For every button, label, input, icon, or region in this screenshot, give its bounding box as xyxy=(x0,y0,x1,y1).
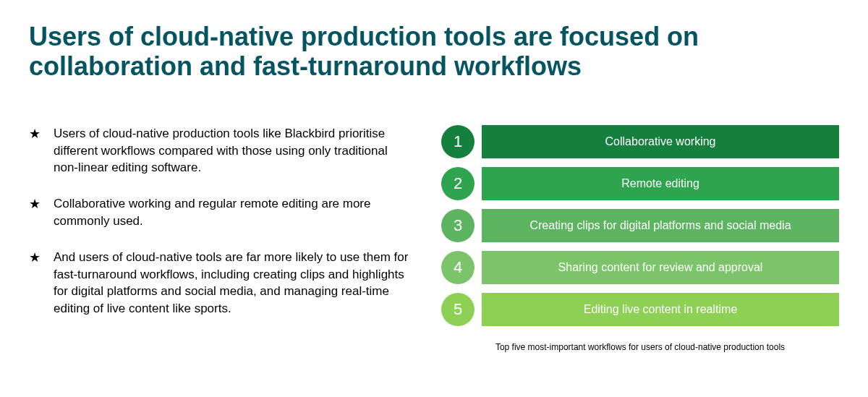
bullet-text: Collaborative working and regular remote… xyxy=(54,195,412,230)
rank-row-5: 5 Editing live content in realtime xyxy=(441,293,839,326)
rank-row-2: 2 Remote editing xyxy=(441,167,839,200)
chart-caption: Top five most-important workflows for us… xyxy=(441,342,839,352)
rank-number: 4 xyxy=(441,251,475,284)
rank-row-1: 1 Collaborative working xyxy=(441,125,839,158)
bullets-column: ★ Users of cloud-native production tools… xyxy=(29,125,412,352)
star-icon: ★ xyxy=(29,125,54,143)
bullet-item: ★ Collaborative working and regular remo… xyxy=(29,195,412,230)
bullet-text: Users of cloud-native production tools l… xyxy=(54,125,412,176)
rank-label: Collaborative working xyxy=(482,125,839,158)
bullet-item: ★ Users of cloud-native production tools… xyxy=(29,125,412,176)
bullet-item: ★ And users of cloud-native tools are fa… xyxy=(29,249,412,317)
star-icon: ★ xyxy=(29,195,54,213)
content-row: ★ Users of cloud-native production tools… xyxy=(29,125,839,352)
rank-number: 5 xyxy=(441,293,475,326)
page-title: Users of cloud-native production tools a… xyxy=(29,22,788,82)
rank-label: Remote editing xyxy=(482,167,839,200)
rank-row-3: 3 Creating clips for digital platforms a… xyxy=(441,209,839,242)
rank-label: Creating clips for digital platforms and… xyxy=(482,209,839,242)
rank-number: 1 xyxy=(441,125,475,158)
rank-row-4: 4 Sharing content for review and approva… xyxy=(441,251,839,284)
rank-label: Editing live content in realtime xyxy=(482,293,839,326)
star-icon: ★ xyxy=(29,249,54,267)
ranked-list: 1 Collaborative working 2 Remote editing… xyxy=(441,125,839,352)
bullet-text: And users of cloud-native tools are far … xyxy=(54,249,412,317)
rank-number: 2 xyxy=(441,167,475,200)
rank-number: 3 xyxy=(441,209,475,242)
rank-label: Sharing content for review and approval xyxy=(482,251,839,284)
